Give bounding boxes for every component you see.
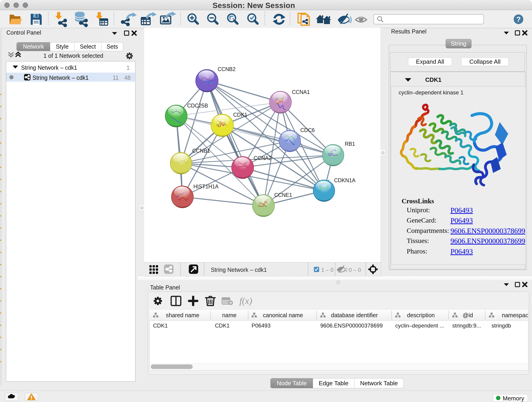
svg-text:CCNB1: CCNB1 xyxy=(192,148,210,154)
svg-text:CCNA1: CCNA1 xyxy=(292,89,310,95)
svg-text:CDC6: CDC6 xyxy=(300,127,315,133)
svg-text:HIST1H1A: HIST1H1A xyxy=(193,184,219,190)
svg-text:?: ? xyxy=(516,15,521,23)
svg-text:CCNB2: CCNB2 xyxy=(218,66,235,72)
svg-text:CCNE1: CCNE1 xyxy=(274,192,292,198)
svg-text:@id: @id xyxy=(463,312,473,318)
svg-text:CCNA2: CCNA2 xyxy=(254,155,272,161)
svg-text:name: name xyxy=(222,312,237,318)
svg-text:RB1: RB1 xyxy=(345,141,355,147)
svg-text:CDKN1A: CDKN1A xyxy=(334,177,355,183)
svg-text:f(x): f(x) xyxy=(239,296,252,306)
svg-text:CDK1: CDK1 xyxy=(233,112,247,118)
svg-text:CDC25B: CDC25B xyxy=(187,103,208,109)
svg-text:shared name: shared name xyxy=(166,312,199,318)
svg-text:database identifier: database identifier xyxy=(331,312,378,318)
svg-text:description: description xyxy=(407,312,435,318)
svg-text:canonical name: canonical name xyxy=(263,312,303,318)
svg-text:namespac: namespac xyxy=(502,312,528,318)
